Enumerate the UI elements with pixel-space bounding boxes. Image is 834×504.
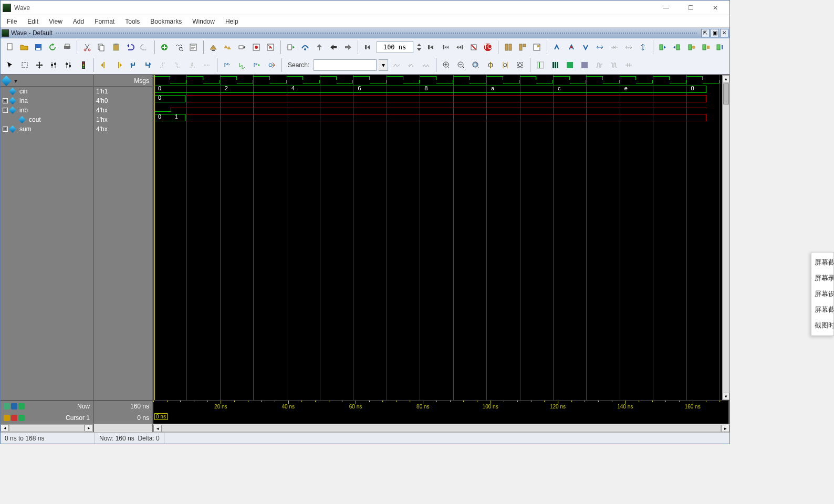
redo-icon[interactable] [139,41,151,54]
scroll-thumb[interactable] [723,83,729,104]
stop-icon[interactable]: STOP [482,41,494,54]
dataflow4-icon[interactable] [700,41,712,54]
value-hscroll[interactable] [94,424,153,432]
adjust1-icon[interactable] [48,59,60,71]
find-icon[interactable] [173,41,185,54]
step-icon[interactable] [285,41,297,54]
time-ruler[interactable]: 20 ns40 ns60 ns80 ns100 ns120 ns140 ns16… [153,401,729,412]
view2-icon[interactable] [549,59,561,71]
cm-item-2[interactable]: 屏幕设 [811,286,833,302]
menu-file[interactable]: File [2,16,22,27]
close-button[interactable]: ✕ [703,1,727,15]
zoomout-icon[interactable] [455,59,467,71]
signal-row-cin[interactable]: cin [1,87,93,96]
edge2-icon[interactable] [171,59,184,71]
edge4-icon[interactable] [201,59,213,71]
cursor-next-icon[interactable] [112,59,125,71]
zoom-mode2-icon[interactable] [565,41,577,54]
search-all-icon[interactable] [420,59,432,71]
zoomin-icon[interactable] [440,59,453,71]
view6-icon[interactable] [608,59,620,71]
select-rect-icon[interactable] [18,59,31,71]
cursor-line[interactable] [154,75,155,400]
restart-sim-icon[interactable] [265,41,277,54]
now-ico1[interactable] [4,403,10,410]
cm-item-3[interactable]: 屏幕截 [811,302,833,318]
transition1-icon[interactable] [221,59,234,71]
zoom-mode3-icon[interactable] [579,41,591,54]
edge-prev-icon[interactable] [127,59,140,71]
maximize-button[interactable]: ☐ [679,1,703,15]
collapse-icon[interactable] [608,41,620,54]
signal-row-cout[interactable]: cout [1,115,93,124]
now-ico2[interactable] [11,403,17,410]
simulate-icon[interactable] [236,41,248,54]
new-file-icon[interactable] [4,41,16,54]
expand2-icon[interactable] [622,41,634,54]
continue-run-icon[interactable] [439,41,451,54]
run-length-icon[interactable] [362,41,374,54]
view7-icon[interactable] [622,59,635,71]
traffic-icon[interactable] [77,59,90,71]
forward-arrow-icon[interactable] [342,41,354,54]
view4-icon[interactable] [578,59,591,71]
cursor-lock-icon[interactable] [4,415,10,421]
add-wave-icon[interactable] [159,41,171,54]
dataflow5-icon[interactable] [714,41,726,54]
tab-close-icon[interactable]: ✕ [720,29,728,37]
menu-format[interactable]: Format [89,16,120,27]
signal-row-inb[interactable]: +inb [1,106,93,115]
search-input[interactable] [314,59,377,71]
waveform-area[interactable]: 02468ace0001 [153,75,722,400]
zoom-other-icon[interactable] [514,59,526,71]
cm-item-4[interactable]: 截图时 [811,318,833,333]
back-arrow-icon[interactable] [328,41,340,54]
adjust2-icon[interactable] [62,59,75,71]
compile-all-icon[interactable] [222,41,234,54]
cursor-pin-icon[interactable] [11,415,17,421]
print-icon[interactable] [61,41,73,54]
layout3-icon[interactable] [531,41,543,54]
expand-icon[interactable]: + [3,108,8,113]
tab-restore-icon[interactable]: ⇱ [701,29,710,37]
zoom-cursor-icon[interactable] [484,59,497,71]
search-dropdown-icon[interactable]: ▾ [379,59,388,71]
cursor-ruler[interactable]: 0 ns [153,412,729,424]
dataflow3-icon[interactable] [685,41,697,54]
edge-next-icon[interactable] [142,59,154,71]
undo-icon[interactable] [124,41,136,54]
cursor-plus-icon[interactable] [18,415,25,421]
waveform-pane[interactable]: 02468ace0001 ▴ ▾ [153,75,729,400]
vertical-scrollbar[interactable]: ▴ ▾ [722,75,729,400]
layout-icon[interactable] [502,41,514,54]
transition3-icon[interactable] [251,59,263,71]
name-hscroll[interactable]: ◂▸ [1,424,94,432]
tab-maximize-icon[interactable]: ▣ [711,29,719,37]
cm-item-0[interactable]: 屏幕截 [811,255,833,270]
wave-tab-label[interactable]: Wave - Default [11,29,53,37]
open-file-icon[interactable] [18,41,30,54]
scroll-down-icon[interactable]: ▾ [723,393,729,400]
dataflow2-icon[interactable] [671,41,683,54]
collapse2-icon[interactable] [637,41,649,54]
menu-edit[interactable]: Edit [22,16,44,27]
edge1-icon[interactable] [157,59,169,71]
save-icon[interactable] [33,41,45,54]
menu-window[interactable]: Window [187,16,220,27]
cut-icon[interactable] [81,41,93,54]
layout2-icon[interactable] [516,41,528,54]
zoom-between-icon[interactable] [499,59,512,71]
menu-add[interactable]: Add [68,16,89,27]
search-next-icon[interactable] [405,59,418,71]
step-over-icon[interactable] [299,41,311,54]
pointer-icon[interactable] [4,59,16,71]
zoom-mode1-icon[interactable] [551,41,563,54]
compile-icon[interactable] [207,41,220,54]
cursor-position-box[interactable]: 0 ns [154,413,168,420]
menu-help[interactable]: Help [220,16,244,27]
run-all-icon[interactable] [453,41,465,54]
edge3-icon[interactable] [186,59,199,71]
signal-row-sum[interactable]: +sum [1,124,93,134]
signal-row-ina[interactable]: +ina [1,96,93,106]
view5-icon[interactable] [593,59,606,71]
